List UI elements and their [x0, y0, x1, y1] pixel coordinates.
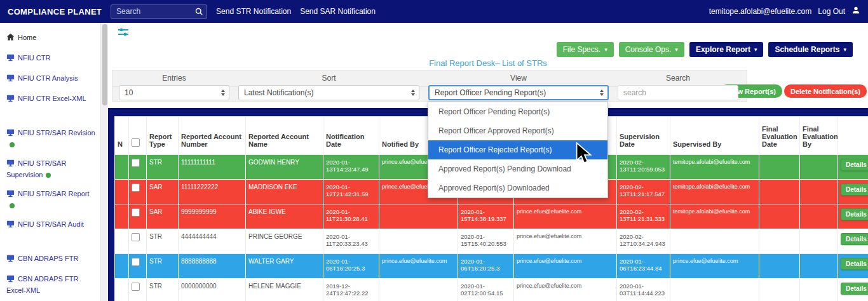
- entries-select[interactable]: 10: [119, 85, 229, 100]
- scrollbar-thumb[interactable]: [102, 24, 107, 105]
- table-row: STR8888888888WALTER GARY2020-01-06T16:20…: [115, 254, 868, 279]
- cell-supervision-date: 2020-02-12T10:34:24.943: [617, 229, 670, 254]
- cell-serial: [115, 155, 129, 180]
- select-caret-icon: [221, 90, 225, 96]
- select-all-checkbox[interactable]: [132, 138, 140, 147]
- sidebar-scrollbar[interactable]: [100, 23, 108, 301]
- cell-supervised-by: prince.efue@efuelite.com: [670, 254, 759, 279]
- cell-supervised-by: [670, 279, 759, 301]
- sort-select[interactable]: Latest Notification(s): [238, 85, 419, 100]
- nav-link-send-str-notification[interactable]: Send STR Notification: [216, 7, 291, 16]
- cell-details: Details: [838, 279, 868, 301]
- select-caret-icon: [411, 90, 415, 96]
- row-checkbox[interactable]: [132, 208, 140, 217]
- cell-notification-date: 2020-01-13T14:23:47.49: [323, 155, 379, 180]
- column-header-1: [129, 117, 147, 155]
- sidebar-item-nfiu-str-sar-audit[interactable]: NFIU STR/SAR Audit: [0, 215, 100, 235]
- sidebar: HomeNFIU CTRNFIU CTR AnalysisNFIU CTR Ex…: [0, 23, 100, 301]
- cell-final-evaluation-by: [800, 155, 838, 180]
- details-button[interactable]: Details: [841, 159, 868, 171]
- view-option-approved-report-s-pending-download[interactable]: Approved Report(s) Pending Download: [428, 159, 607, 178]
- sidebar-item-nfiu-str-sar-report[interactable]: NFIU STR/SAR Report: [0, 184, 100, 215]
- sidebar-item-nfiu-str-sar-revision[interactable]: NFIU STR/SAR Revision: [0, 123, 100, 154]
- cell-type: SAR: [147, 204, 179, 229]
- user-email: temitope.afolabi@efuelite.com: [709, 7, 812, 16]
- cell-approved-by: prince.efue@efuelite.com: [514, 279, 617, 301]
- page-title[interactable]: Final Report Desk– List of STRs: [108, 58, 868, 68]
- sidebar-item-nfiu-ctr-excel-xml[interactable]: NFIU CTR Excel-XML: [0, 89, 100, 109]
- sidebar-item-nfiu-str-sar-supervision[interactable]: NFIU STR/SAR Supervision: [0, 154, 100, 184]
- sidebar-item-nfiu-ctr[interactable]: NFIU CTR: [0, 48, 100, 69]
- table-search-input[interactable]: [618, 85, 738, 100]
- entries-value: 10: [125, 88, 133, 97]
- file-specs-button[interactable]: File Specs.▾: [557, 42, 614, 57]
- toolbar: File Specs.▾Console Ops.▾Explore Report▾…: [557, 42, 853, 57]
- cell-details: Details: [838, 180, 868, 204]
- view-select[interactable]: Report Officer Pending Report(s): [428, 85, 609, 100]
- sidebar-item-label: NFIU CTR: [18, 54, 50, 62]
- view-option-approved-report-s-downloaded[interactable]: Approved Report(s) Downloaded: [428, 178, 607, 197]
- cell-final-evaluation-date: [759, 155, 800, 180]
- details-button[interactable]: Details: [841, 233, 868, 245]
- nav-link-send-sar-notification[interactable]: Send SAR Notification: [300, 7, 376, 16]
- cell-account-name: MADDISON EKE: [246, 180, 323, 204]
- sidebar-item-label: Home: [18, 34, 36, 41]
- cell-final-evaluation-by: [800, 254, 838, 279]
- cell-type: SAR: [147, 180, 179, 204]
- button-label: File Specs.: [563, 45, 600, 54]
- navbar-search[interactable]: [111, 4, 207, 19]
- cell-account-number: 8888888888: [179, 254, 246, 279]
- user-icon[interactable]: [851, 6, 860, 17]
- details-button[interactable]: Details: [841, 283, 868, 295]
- row-checkbox[interactable]: [132, 184, 140, 192]
- sidebar-item-cbn-adraps-ftr-excel-xml[interactable]: CBN ADRAPS FTR Excel-XML: [0, 269, 100, 300]
- details-button[interactable]: Details: [841, 184, 868, 196]
- sidebar-item-home[interactable]: Home: [0, 28, 100, 48]
- delete-notifications-button[interactable]: Delete Notification(s): [784, 84, 867, 98]
- sidebar-item-cbn-adraps-ftr[interactable]: CBN ADRAPS FTR: [0, 249, 100, 269]
- navbar-search-input[interactable]: [111, 7, 191, 16]
- row-checkbox[interactable]: [132, 258, 140, 266]
- monitor-icon: [6, 255, 15, 265]
- explore-report-button[interactable]: Explore Report▾: [689, 42, 764, 57]
- button-label: Explore Report: [696, 45, 750, 54]
- cell-approved-by: prince.efue@efuelite.com: [514, 204, 617, 229]
- view-option-report-officer-pending-report-s[interactable]: Report Officer Pending Report(s): [428, 102, 607, 121]
- cell-serial: [115, 254, 129, 279]
- cell-notification-date: 2019-12-24T12:47:22.22: [323, 279, 379, 301]
- column-header-final-evaluation-date: Final Evaluation Date: [759, 117, 800, 155]
- cell-supervision-date: 2020-02-13T11:21:17.547: [617, 180, 670, 204]
- cell-serial: [115, 279, 129, 301]
- table-row: STR4444444444PRINCE GEORGE2020-01-11T20:…: [115, 229, 868, 254]
- row-checkbox[interactable]: [132, 159, 140, 167]
- logout-link[interactable]: Log Out: [818, 7, 845, 16]
- navbar-right: temitope.afolabi@efuelite.com Log Out: [709, 6, 860, 17]
- monitor-icon: [6, 159, 15, 170]
- cell-details: Details: [838, 204, 868, 229]
- caret-down-icon: ▾: [675, 46, 678, 53]
- cell-supervised-by: [670, 229, 759, 254]
- cell-account-number: 4444444444: [179, 229, 246, 254]
- table-vertical-scrollbar[interactable]: [108, 116, 114, 301]
- filter-sliders-icon[interactable]: [118, 28, 128, 39]
- row-checkbox[interactable]: [132, 233, 140, 241]
- caret-down-icon: ▾: [604, 46, 607, 53]
- view-option-report-officer-rejected-report-s[interactable]: Report Officer Rejected Report(s): [428, 140, 607, 159]
- cell-account-number: 11111111111: [179, 155, 246, 180]
- column-header-n: N: [115, 117, 129, 155]
- cell-notification-date: 2020-01-11T20:33:23.43: [323, 229, 379, 254]
- sort-group: Sort Latest Notification(s): [238, 70, 419, 101]
- cell-final-evaluation-date: [759, 180, 800, 204]
- cell-supervised-by: temitope.afolabi@efuelite.com: [670, 155, 759, 180]
- search-icon[interactable]: [191, 8, 207, 15]
- schedule-reports-button[interactable]: Schedule Reports▾: [768, 42, 853, 57]
- cell-serial: [115, 180, 129, 204]
- details-button[interactable]: Details: [841, 208, 868, 220]
- row-checkbox[interactable]: [132, 283, 140, 291]
- sidebar-item-nfiu-ctr-analysis[interactable]: NFIU CTR Analysis: [0, 69, 100, 89]
- view-option-report-officer-approved-report-s[interactable]: Report Officer Approved Report(s): [428, 121, 607, 140]
- console-ops-button[interactable]: Console Ops.▾: [619, 42, 684, 57]
- sidebar-item-label: CBN ADRAPS FTR: [18, 255, 78, 262]
- entries-group: Entries 10: [119, 70, 229, 101]
- details-button[interactable]: Details: [841, 258, 868, 270]
